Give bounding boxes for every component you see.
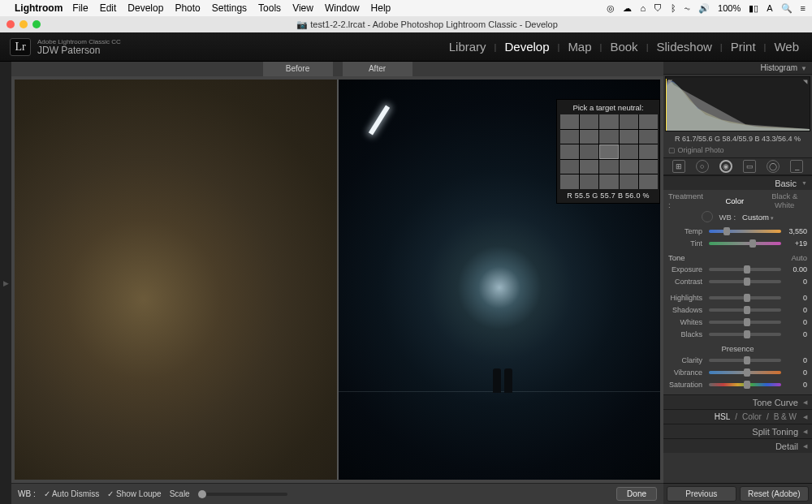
left-panel-toggle[interactable]: ▶: [0, 62, 11, 504]
brush-tool-icon[interactable]: ⎯: [790, 160, 803, 173]
clarity-value[interactable]: 0: [784, 356, 807, 364]
spotlight-icon[interactable]: 🔍: [781, 3, 793, 14]
zoom-window-button[interactable]: [32, 20, 41, 28]
highlights-slider[interactable]: [709, 296, 781, 299]
module-slideshow[interactable]: Slideshow: [653, 40, 715, 54]
exposure-slider[interactable]: [709, 268, 781, 271]
temp-slider[interactable]: [709, 230, 781, 233]
whites-slider[interactable]: [709, 321, 781, 324]
histogram-header[interactable]: Histogram▼: [663, 62, 812, 75]
basic-section-body: Treatment : Color Black & White WB : Cus…: [663, 190, 812, 394]
split-toning-header[interactable]: Split Toning◀: [663, 424, 812, 438]
tint-slider[interactable]: [709, 242, 781, 245]
crop-tool-icon[interactable]: ⊞: [672, 160, 685, 173]
whites-label: Whites: [668, 318, 706, 326]
shadows-value[interactable]: 0: [784, 306, 807, 314]
loupe-grid: [560, 114, 658, 189]
wb-dropdown[interactable]: Custom ▾: [742, 213, 774, 222]
tone-curve-header[interactable]: Tone Curve◀: [663, 394, 812, 409]
wb-picker-icon[interactable]: [702, 211, 713, 222]
histogram[interactable]: ◤◥: [665, 76, 810, 131]
before-after-strip: Before After: [11, 62, 663, 76]
status-dropbox-icon[interactable]: ⌂: [640, 3, 646, 13]
treatment-bw[interactable]: Black & White: [762, 192, 808, 209]
exposure-value[interactable]: 0.00: [784, 265, 807, 274]
saturation-value[interactable]: 0: [784, 381, 807, 389]
module-library[interactable]: Library: [446, 40, 490, 54]
original-photo-checkbox[interactable]: Original Photo: [663, 144, 812, 157]
clarity-slider[interactable]: [709, 359, 781, 362]
before-pane: [15, 80, 337, 480]
notification-center-icon[interactable]: ≡: [801, 3, 806, 13]
menu-tools[interactable]: Tools: [258, 2, 281, 14]
basic-section-header[interactable]: Basic▼: [663, 175, 812, 190]
module-develop[interactable]: Develop: [501, 40, 552, 54]
vibrance-value[interactable]: 0: [784, 368, 807, 377]
menu-view[interactable]: View: [292, 2, 313, 14]
done-button[interactable]: Done: [616, 487, 657, 501]
vibrance-slider[interactable]: [709, 371, 781, 374]
saturation-slider[interactable]: [709, 383, 781, 386]
blacks-slider[interactable]: [709, 333, 781, 336]
status-cc-icon[interactable]: ◎: [607, 3, 615, 14]
minimize-window-button[interactable]: [19, 20, 28, 28]
redeye-tool-icon[interactable]: ◉: [719, 160, 732, 173]
module-web[interactable]: Web: [771, 40, 802, 54]
status-cloud-icon[interactable]: ☁: [623, 3, 632, 14]
status-volume-icon[interactable]: 🔊: [698, 3, 710, 14]
hsl-header[interactable]: HSL/Color/B & W ◀: [663, 409, 812, 424]
menu-help[interactable]: Help: [371, 2, 391, 14]
temp-value[interactable]: 3,550: [784, 227, 807, 235]
shadows-slider[interactable]: [709, 308, 781, 312]
contrast-slider[interactable]: [709, 280, 781, 283]
status-wifi-icon[interactable]: ⏦: [685, 3, 690, 13]
right-panel: Histogram▼ ◤◥ R 61.7/55.6 G 58.4/55.9 B …: [663, 62, 812, 504]
spot-tool-icon[interactable]: ○: [696, 160, 709, 173]
battery-icon[interactable]: ▮▯: [749, 3, 758, 14]
highlights-label: Highlights: [668, 294, 706, 302]
tint-value[interactable]: +19: [784, 239, 807, 248]
close-window-button[interactable]: [6, 20, 15, 28]
previous-button[interactable]: Previous: [667, 486, 736, 502]
exposure-label: Exposure: [668, 265, 706, 274]
after-tab[interactable]: After: [343, 62, 412, 76]
module-book[interactable]: Book: [607, 40, 641, 54]
brand-line2: JDW Paterson: [37, 45, 121, 55]
treatment-label: Treatment :: [668, 192, 707, 209]
menu-file[interactable]: File: [72, 2, 88, 14]
battery-percent[interactable]: 100%: [718, 3, 741, 13]
module-map[interactable]: Map: [564, 40, 594, 54]
contrast-value[interactable]: 0: [784, 278, 807, 286]
highlight-clip-icon[interactable]: ◥: [803, 79, 807, 85]
status-shield-icon[interactable]: ⛉: [654, 3, 663, 13]
menu-settings[interactable]: Settings: [212, 2, 247, 14]
wb-tool-label: WB :: [18, 489, 36, 498]
status-bluetooth-icon[interactable]: ᛒ: [671, 3, 676, 13]
auto-tone-button[interactable]: Auto: [791, 253, 807, 262]
radial-filter-icon[interactable]: ◯: [767, 160, 780, 173]
detail-header[interactable]: Detail◀: [663, 438, 812, 453]
reset-button[interactable]: Reset (Adobe): [740, 486, 810, 502]
menu-edit[interactable]: Edit: [100, 2, 117, 14]
treatment-color[interactable]: Color: [712, 196, 758, 205]
blacks-value[interactable]: 0: [784, 330, 807, 338]
wb-loupe[interactable]: Pick a target neutral: R 55.5 G 55.7 B 5…: [556, 99, 660, 204]
app-menu[interactable]: Lightroom: [15, 2, 63, 14]
input-menu-icon[interactable]: A: [767, 3, 772, 13]
show-loupe-checkbox[interactable]: Show Loupe: [107, 489, 161, 498]
identity-plate[interactable]: Lr Adobe Lightroom Classic CC JDW Paters…: [10, 38, 121, 56]
wb-label: WB :: [719, 213, 736, 222]
before-tab[interactable]: Before: [263, 62, 333, 76]
menu-window[interactable]: Window: [325, 2, 360, 14]
image-viewer[interactable]: Pick a target neutral: R 55.5 G 55.7 B 5…: [11, 76, 663, 483]
menu-develop[interactable]: Develop: [127, 2, 163, 14]
whites-value[interactable]: 0: [784, 318, 807, 326]
scale-slider[interactable]: [198, 493, 287, 496]
menu-photo[interactable]: Photo: [175, 2, 200, 14]
auto-dismiss-checkbox[interactable]: Auto Dismiss: [44, 489, 100, 498]
highlights-value[interactable]: 0: [784, 294, 807, 302]
grad-filter-icon[interactable]: ▭: [743, 160, 756, 173]
shadow-clip-icon[interactable]: ◤: [668, 79, 672, 85]
module-print[interactable]: Print: [728, 40, 759, 54]
contrast-label: Contrast: [668, 278, 706, 286]
